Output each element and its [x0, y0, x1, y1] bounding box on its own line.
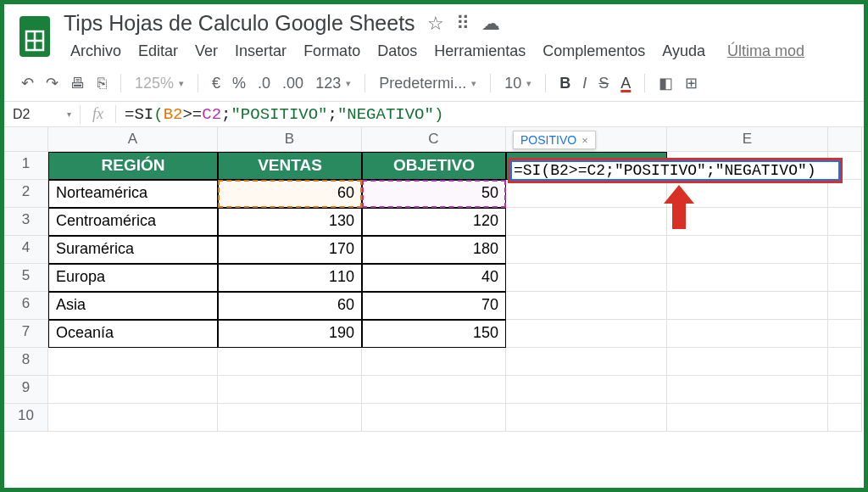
header-objetivo[interactable]: OBJETIVO [362, 152, 506, 180]
cell-c7[interactable]: 150 [362, 320, 506, 348]
spreadsheet-grid[interactable]: A B C D E 1 REGIÓN VENTAS OBJETIVO MIENT… [4, 127, 864, 432]
menu-herramientas[interactable]: Herramientas [427, 39, 532, 64]
text-color-button[interactable]: A [615, 73, 636, 94]
cell[interactable] [506, 404, 667, 432]
borders-button[interactable]: ⊞ [680, 72, 703, 94]
row-header[interactable]: 3 [4, 208, 48, 236]
cell-b7[interactable]: 190 [218, 320, 362, 348]
print-icon[interactable]: 🖶 [65, 73, 91, 94]
cell[interactable] [506, 348, 667, 376]
cell-b5[interactable]: 110 [218, 264, 362, 292]
cell-a4[interactable]: Suramérica [48, 236, 218, 264]
menu-editar[interactable]: Editar [131, 39, 185, 64]
cell[interactable] [506, 376, 667, 404]
menu-formato[interactable]: Formato [297, 39, 367, 64]
strike-button[interactable]: S [593, 73, 614, 94]
cell-c4[interactable]: 180 [362, 236, 506, 264]
cell[interactable] [362, 376, 506, 404]
cell-c6[interactable]: 70 [362, 292, 506, 320]
row-header[interactable]: 10 [4, 404, 48, 432]
menu-lastmod[interactable]: Última mod [721, 39, 811, 64]
cell[interactable] [828, 404, 862, 432]
cell[interactable] [667, 236, 828, 264]
redo-icon[interactable]: ↷ [41, 72, 64, 94]
currency-button[interactable]: € [207, 73, 225, 94]
italic-button[interactable]: I [577, 73, 592, 94]
cloud-icon[interactable]: ☁ [481, 13, 500, 35]
cell[interactable] [828, 376, 862, 404]
menu-insertar[interactable]: Insertar [228, 39, 293, 64]
cell[interactable] [667, 320, 828, 348]
cell[interactable] [218, 404, 362, 432]
cell[interactable] [48, 404, 218, 432]
cell[interactable] [506, 264, 667, 292]
menu-archivo[interactable]: Archivo [64, 39, 128, 64]
cell[interactable] [218, 348, 362, 376]
cell-c2[interactable]: 50 [362, 180, 506, 208]
formula-input[interactable]: =SI(B2>=C2;"POSITIVO";"NEGATIVO") [116, 105, 864, 124]
row-header[interactable]: 4 [4, 236, 48, 264]
cell[interactable] [48, 348, 218, 376]
cell[interactable] [667, 348, 828, 376]
zoom-select[interactable]: 125% [130, 73, 189, 94]
cell-a2[interactable]: Norteamérica [48, 180, 218, 208]
star-icon[interactable]: ☆ [427, 13, 444, 35]
cell[interactable] [828, 292, 862, 320]
col-header-e[interactable]: E [667, 127, 828, 152]
row-header[interactable]: 9 [4, 376, 48, 404]
format-123-button[interactable]: 123 [310, 73, 356, 94]
cell[interactable] [828, 264, 862, 292]
cell[interactable] [667, 376, 828, 404]
cell-b2[interactable]: 60 [218, 180, 362, 208]
row-header[interactable]: 5 [4, 264, 48, 292]
menu-complementos[interactable]: Complementos [536, 39, 652, 64]
cell-b3[interactable]: 130 [218, 208, 362, 236]
cell[interactable] [506, 236, 667, 264]
row-header[interactable]: 7 [4, 320, 48, 348]
name-box[interactable]: D2 [4, 105, 81, 124]
doc-title[interactable]: Tips Hojas de Calculo Google Sheets [64, 11, 415, 36]
cell[interactable] [667, 404, 828, 432]
cell-a5[interactable]: Europa [48, 264, 218, 292]
font-select[interactable]: Predetermi... [374, 73, 481, 94]
close-icon[interactable]: × [581, 134, 588, 147]
cell-a6[interactable]: Asia [48, 292, 218, 320]
cell-b4[interactable]: 170 [218, 236, 362, 264]
cell-c3[interactable]: 120 [362, 208, 506, 236]
header-region[interactable]: REGIÓN [48, 152, 218, 180]
paintformat-icon[interactable]: ⎘ [92, 73, 112, 94]
col-header-f[interactable] [828, 127, 862, 152]
col-header-c[interactable]: C [362, 127, 506, 152]
fill-color-button[interactable]: ◧ [654, 72, 678, 94]
row-header[interactable]: 2 [4, 180, 48, 208]
dec-increase-button[interactable]: .00 [277, 73, 309, 94]
font-size-select[interactable]: 10 [499, 73, 537, 94]
cell[interactable] [828, 208, 862, 236]
cell-d2[interactable] [506, 180, 667, 208]
cell[interactable] [506, 292, 667, 320]
cell[interactable] [506, 320, 667, 348]
cell[interactable] [48, 376, 218, 404]
cell-a7[interactable]: Oceanía [48, 320, 218, 348]
cell[interactable] [506, 208, 667, 236]
cell[interactable] [667, 264, 828, 292]
cell[interactable] [362, 348, 506, 376]
cell-b6[interactable]: 60 [218, 292, 362, 320]
cell[interactable] [828, 236, 862, 264]
cell[interactable] [828, 180, 862, 208]
select-all-corner[interactable] [4, 127, 48, 152]
bold-button[interactable]: B [554, 73, 576, 94]
header-ventas[interactable]: VENTAS [218, 152, 362, 180]
in-cell-formula-editor[interactable]: =SI(B2>=C2;"POSITIVO";"NEGATIVO") [508, 158, 843, 183]
percent-button[interactable]: % [227, 73, 251, 94]
cell-c5[interactable]: 40 [362, 264, 506, 292]
col-header-a[interactable]: A [48, 127, 218, 152]
menu-ayuda[interactable]: Ayuda [655, 39, 712, 64]
cell-a3[interactable]: Centroamérica [48, 208, 218, 236]
cell[interactable] [828, 320, 862, 348]
menu-ver[interactable]: Ver [188, 39, 225, 64]
move-icon[interactable]: ⠿ [456, 13, 470, 35]
cell[interactable] [667, 292, 828, 320]
dec-decrease-button[interactable]: .0 [253, 73, 275, 94]
cell[interactable] [362, 404, 506, 432]
